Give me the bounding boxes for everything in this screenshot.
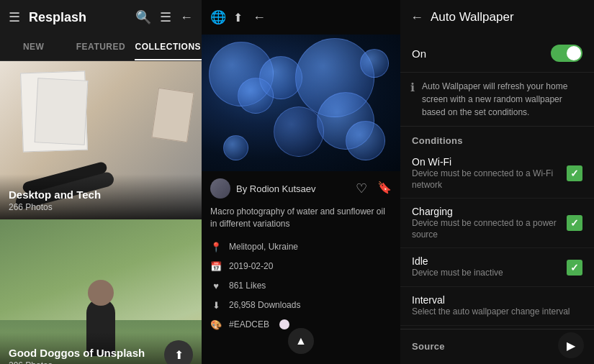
wifi-sublabel: Device must be connected to a Wi-Fi netw… — [412, 168, 567, 191]
menu-icon[interactable]: ☰ — [9, 9, 20, 25]
date-text: 2019-02-20 — [229, 261, 273, 271]
settings-top-bar: ← Auto Wallpaper — [400, 0, 594, 35]
wifi-checkbox[interactable]: ✓ — [567, 165, 582, 181]
condition-charging[interactable]: Charging Device must be connected to a p… — [400, 199, 594, 248]
idle-checkbox[interactable]: ✓ — [567, 260, 582, 276]
top-bar: ☰ Resplash 🔍 ☰ ← — [0, 0, 202, 35]
meta-downloads: ⬇ 26,958 Downloads — [202, 296, 400, 315]
settings-scroll: On ℹ Auto Wallpaper will refresh your ho… — [400, 35, 594, 364]
download-icon: ⬇ — [210, 300, 222, 311]
meta-date: 📅 2019-02-20 — [202, 257, 400, 276]
collections-panel: ☰ Resplash 🔍 ☰ ← NEW FEATURED COLLECTION… — [0, 0, 202, 364]
on-toggle[interactable] — [551, 45, 582, 62]
bookmark-icon[interactable]: 🔖 — [377, 181, 392, 196]
info-text: Auto Wallpaper will refresh your home sc… — [422, 80, 584, 119]
idle-checkmark: ✓ — [570, 262, 579, 273]
idle-text: Idle Device must be inactive — [412, 255, 567, 279]
nav-next-button[interactable]: ▶ — [558, 332, 584, 358]
color-swatch — [279, 319, 289, 329]
photo-description: Macro photography of water and sunflower… — [202, 206, 400, 237]
collection-1-title: Desktop and Tech — [9, 188, 193, 201]
globe-icon[interactable]: 🌐 — [210, 9, 226, 25]
collection-card-1-info: Desktop and Tech 266 Photos — [0, 174, 202, 219]
app-title: Resplash — [29, 10, 127, 25]
share-icon[interactable]: ⬆ — [233, 11, 243, 24]
toggle-knob — [567, 46, 581, 60]
tab-new[interactable]: NEW — [0, 35, 67, 60]
photographer-row: By Rodion Kutsaev ♡ 🔖 — [202, 171, 400, 206]
settings-panel: ← Auto Wallpaper On ℹ Auto Wallpaper wil… — [400, 0, 594, 364]
charging-checkmark: ✓ — [570, 217, 579, 229]
condition-wifi[interactable]: On Wi-Fi Device must be connected to a W… — [400, 149, 594, 199]
charging-text: Charging Device must be connected to a p… — [412, 206, 567, 240]
interval-row[interactable]: Interval Select the auto wallpaper chang… — [400, 287, 594, 326]
divider — [400, 329, 594, 329]
palette-icon: 🎨 — [210, 319, 222, 330]
interval-label: Interval — [412, 294, 582, 306]
photo-detail-panel: 🌐 ⬆ ← By Rodion Kutsaev ♡ 🔖 Macro photog… — [202, 0, 400, 364]
calendar-icon: 📅 — [210, 261, 222, 272]
color-code: #EADCEB — [229, 319, 269, 329]
search-icon[interactable]: 🔍 — [135, 9, 151, 25]
charging-checkbox[interactable]: ✓ — [567, 215, 582, 231]
tab-collections[interactable]: COLLECTIONS — [135, 35, 202, 60]
idle-sublabel: Device must be inactive — [412, 268, 567, 279]
interval-text: Interval Select the auto wallpaper chang… — [412, 294, 582, 318]
settings-title: Auto Wallpaper — [431, 10, 584, 24]
upload-fab[interactable]: ⬆ — [164, 340, 193, 364]
charging-label: Charging — [412, 206, 567, 217]
location-text: Melitopol, Ukraine — [229, 242, 298, 252]
wifi-label: On Wi-Fi — [412, 156, 567, 168]
meta-likes: ♥ 861 Likes — [202, 276, 400, 296]
wifi-text: On Wi-Fi Device must be connected to a W… — [412, 156, 567, 191]
collections-list: Desktop and Tech 266 Photos Good Doggos … — [0, 61, 202, 364]
collection-card-2[interactable]: Good Doggos of Unsplash 296 Photos ⬆ — [0, 219, 202, 364]
interval-sublabel: Select the auto wallpaper change interva… — [412, 306, 582, 318]
conditions-header: Conditions — [400, 127, 594, 149]
meta-location: 📍 Melitopol, Ukraine — [202, 237, 400, 257]
scroll-up-button[interactable]: ▲ — [288, 328, 314, 354]
collection-1-subtitle: 266 Photos — [9, 202, 193, 212]
photographer-name: By Rodion Kutsaev — [236, 183, 350, 194]
heart-icon: ♥ — [210, 281, 222, 291]
charging-sublabel: Device must be connected to a power sour… — [412, 218, 567, 240]
idle-label: Idle — [412, 255, 567, 267]
sort-icon[interactable]: ☰ — [160, 9, 171, 25]
category-label: Category — [412, 362, 582, 364]
info-icon: ℹ — [410, 81, 415, 94]
info-block: ℹ Auto Wallpaper will refresh your home … — [400, 73, 594, 127]
like-icon[interactable]: ♡ — [356, 181, 367, 196]
avatar — [210, 178, 230, 199]
downloads-text: 26,958 Downloads — [229, 300, 300, 310]
category-text: Category Select the wallpaper category — [412, 362, 582, 364]
photo-action-icons: ♡ 🔖 — [356, 181, 392, 196]
back-icon[interactable]: ← — [180, 10, 193, 25]
location-icon: 📍 — [210, 242, 222, 252]
wifi-checkmark: ✓ — [570, 168, 579, 179]
condition-idle[interactable]: Idle Device must be inactive ✓ — [400, 248, 594, 287]
on-label: On — [412, 47, 551, 60]
on-toggle-row: On — [400, 35, 594, 73]
tab-featured[interactable]: FEATURED — [67, 35, 134, 60]
likes-text: 861 Likes — [229, 281, 266, 291]
photo-hero — [202, 35, 400, 171]
tabs-bar: NEW FEATURED COLLECTIONS — [0, 35, 202, 61]
settings-back-icon[interactable]: ← — [410, 10, 423, 25]
photo-top-bar: 🌐 ⬆ ← — [202, 0, 400, 35]
collection-card-1[interactable]: Desktop and Tech 266 Photos — [0, 61, 202, 219]
back-icon-2[interactable]: ← — [253, 10, 266, 25]
